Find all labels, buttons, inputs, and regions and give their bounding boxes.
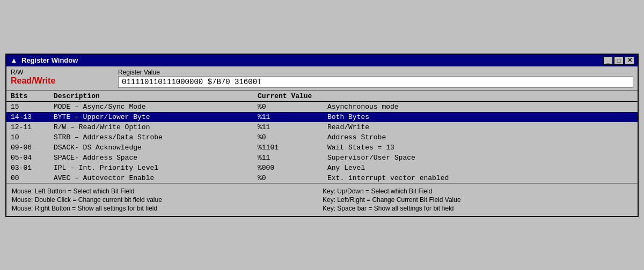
cell-current-value: %0 bbox=[258, 174, 327, 182]
header-bits: Bits bbox=[11, 92, 54, 100]
header-current-value: Current Value bbox=[258, 92, 327, 100]
footer-right: Key: Up/Down = Select which Bit Field Ke… bbox=[323, 187, 632, 213]
footer-section: Mouse: Left Button = Select which Bit Fi… bbox=[6, 183, 638, 216]
cell-detail: Ext. interrupt vector enabled bbox=[327, 174, 633, 182]
title-bar-left: ▲ Register Window bbox=[10, 56, 78, 65]
cell-detail: Any Level bbox=[327, 164, 633, 172]
rw-section: R/W Read/Write Register Value 0111101101… bbox=[6, 66, 638, 91]
footer-left-2: Mouse: Double Click = Change current bit… bbox=[12, 196, 321, 204]
cell-bits: 00 bbox=[11, 174, 54, 182]
cell-bits: 15 bbox=[11, 103, 54, 111]
cell-description: DSACK- DS Acknowledge bbox=[54, 144, 258, 152]
cell-current-value: %1101 bbox=[258, 144, 327, 152]
cell-current-value: %000 bbox=[258, 164, 327, 172]
footer-right-2: Key: Left/Right = Change Current Bit Fie… bbox=[323, 196, 632, 204]
cell-detail: Address Strobe bbox=[327, 133, 633, 141]
cell-description: BYTE – Upper/Lower Byte bbox=[54, 113, 258, 121]
cell-description: SPACE- Address Space bbox=[54, 154, 258, 162]
cell-detail: Read/Write bbox=[327, 123, 633, 131]
maximize-button[interactable]: □ bbox=[614, 56, 624, 65]
footer-right-1: Key: Up/Down = Select which Bit Field bbox=[323, 187, 632, 196]
cell-bits: 05-04 bbox=[11, 154, 54, 162]
cell-bits: 03-01 bbox=[11, 164, 54, 172]
table-row[interactable]: 14-13 BYTE – Upper/Lower Byte %11 Both B… bbox=[6, 112, 638, 122]
footer-right-3: Key: Space bar = Show all settings for b… bbox=[323, 204, 632, 213]
register-value-section: Register Value 011110110111000000 $7B70 … bbox=[118, 69, 633, 88]
table-row[interactable]: 00 AVEC – Autovector Enable %0 Ext. inte… bbox=[6, 173, 638, 183]
cell-bits: 14-13 bbox=[11, 113, 54, 121]
cell-current-value: %0 bbox=[258, 103, 327, 111]
cell-detail: Supervisor/User Space bbox=[327, 154, 633, 162]
footer-left: Mouse: Left Button = Select which Bit Fi… bbox=[12, 187, 321, 213]
header-description: Description bbox=[54, 92, 258, 100]
register-value-box: 011110110111000000 $7B70 31600T bbox=[118, 76, 633, 88]
rw-label-value: Read/Write bbox=[11, 76, 118, 86]
cell-detail: Both Bytes bbox=[327, 113, 633, 121]
cell-detail: Wait States = 13 bbox=[327, 144, 633, 152]
register-value-label: Register Value bbox=[118, 69, 633, 76]
table-header: Bits Description Current Value bbox=[6, 91, 638, 102]
register-window: ▲ Register Window _ □ ✕ R/W Read/Write R… bbox=[5, 54, 639, 217]
cell-description: STRB – Address/Data Strobe bbox=[54, 133, 258, 141]
cell-bits: 12-11 bbox=[11, 123, 54, 131]
cell-current-value: %11 bbox=[258, 154, 327, 162]
table-row[interactable]: 12-11 R/W – Read/Write Option %11 Read/W… bbox=[6, 122, 638, 132]
title-bar: ▲ Register Window _ □ ✕ bbox=[6, 55, 638, 66]
window-icon: ▲ bbox=[10, 56, 18, 65]
window-title: Register Window bbox=[21, 56, 78, 64]
rw-label-top: R/W bbox=[11, 69, 118, 76]
rw-label: R/W Read/Write bbox=[11, 69, 118, 88]
cell-description: MODE – Async/Sync Mode bbox=[54, 103, 258, 111]
cell-bits: 09-06 bbox=[11, 144, 54, 152]
cell-description: R/W – Read/Write Option bbox=[54, 123, 258, 131]
cell-current-value: %11 bbox=[258, 113, 327, 121]
cell-description: AVEC – Autovector Enable bbox=[54, 174, 258, 182]
table-row[interactable]: 15 MODE – Async/Sync Mode %0 Asynchronou… bbox=[6, 102, 638, 112]
close-button[interactable]: ✕ bbox=[625, 56, 634, 65]
minimize-button[interactable]: _ bbox=[603, 56, 613, 65]
table-row[interactable]: 10 STRB – Address/Data Strobe %0 Address… bbox=[6, 132, 638, 142]
cell-detail: Asynchronous mode bbox=[327, 103, 633, 111]
table-row[interactable]: 05-04 SPACE- Address Space %11 Superviso… bbox=[6, 153, 638, 163]
header-detail bbox=[327, 92, 633, 100]
cell-description: IPL – Int. Priority Level bbox=[54, 164, 258, 172]
footer-left-1: Mouse: Left Button = Select which Bit Fi… bbox=[12, 187, 321, 196]
table-row[interactable]: 03-01 IPL – Int. Priority Level %000 Any… bbox=[6, 163, 638, 173]
table-rows: 15 MODE – Async/Sync Mode %0 Asynchronou… bbox=[6, 102, 638, 183]
title-buttons: _ □ ✕ bbox=[603, 56, 634, 65]
footer-left-3: Mouse: Right Button = Show all settings … bbox=[12, 204, 321, 213]
cell-current-value: %0 bbox=[258, 133, 327, 141]
table-section: Bits Description Current Value 15 MODE –… bbox=[6, 91, 638, 183]
cell-bits: 10 bbox=[11, 133, 54, 141]
table-row[interactable]: 09-06 DSACK- DS Acknowledge %1101 Wait S… bbox=[6, 142, 638, 153]
cell-current-value: %11 bbox=[258, 123, 327, 131]
